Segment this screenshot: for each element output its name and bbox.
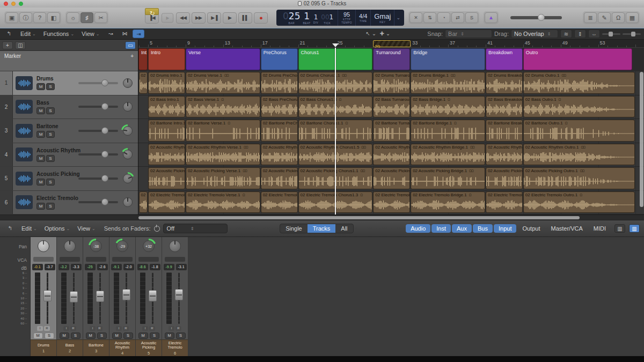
audio-region[interactable]: 02 Acoustic Picking xyxy=(261,167,298,189)
track-pan-knob[interactable] xyxy=(122,101,134,113)
channel-name-plate[interactable]: Acoustic Picking5 xyxy=(136,339,162,356)
quick-help-icon[interactable]: ☼ xyxy=(67,12,79,23)
track-volume-thumb[interactable] xyxy=(101,79,108,86)
mute-button[interactable]: M xyxy=(33,333,43,339)
record-enable-button[interactable]: R xyxy=(70,326,76,331)
mute-button[interactable]: M xyxy=(138,333,148,339)
audio-region[interactable]: 02 Electric Tremolo xyxy=(261,191,298,213)
pan-knob[interactable] xyxy=(168,239,182,253)
arrangement-marker-intro[interactable]: Intro xyxy=(148,48,185,70)
pan-knob[interactable]: -29 xyxy=(115,239,129,253)
solo-button[interactable]: S xyxy=(46,107,55,114)
help-icon[interactable]: ? xyxy=(33,12,46,23)
menu-view[interactable]: View⌄ xyxy=(78,30,103,38)
editors-list-icon[interactable]: ≣ xyxy=(584,12,597,23)
track-header-bass[interactable]: 2BassMS xyxy=(0,95,138,120)
mute-button[interactable]: M xyxy=(165,333,174,339)
solo-button[interactable]: S xyxy=(150,333,159,339)
add-marker-button[interactable]: + xyxy=(130,53,134,71)
marker-track-header[interactable]: Marker + xyxy=(0,51,138,71)
mixer-sliders-icon[interactable]: ♯ xyxy=(80,12,93,23)
mixer-menu-edit[interactable]: Edit⌄ xyxy=(18,225,40,232)
vertical-scrollbar-thumb[interactable] xyxy=(640,72,643,207)
arrangement-marker-int[interactable]: Int xyxy=(138,48,148,70)
audio-region[interactable]: 02 Electric Tremolo xyxy=(486,191,523,213)
pointer-tool-button[interactable]: ↖ ⌄ xyxy=(365,29,377,38)
volume-fader[interactable] xyxy=(126,272,127,324)
vca-field[interactable] xyxy=(60,257,80,262)
solo-button[interactable]: S xyxy=(46,83,55,90)
power-icon[interactable] xyxy=(154,226,160,232)
audio-region[interactable]: 02 Electric Tremolo xyxy=(373,191,410,213)
channel-name-plate[interactable]: Baritone3 xyxy=(83,339,109,356)
channel-strip-6[interactable]: -9.9-3.1IRMSElectric Tremolo6 xyxy=(162,237,188,356)
pan-knob[interactable]: -38 xyxy=(89,239,103,253)
marquee-tool-button[interactable]: ✚ ⌄ xyxy=(379,29,391,38)
automation-icon[interactable]: ↝ xyxy=(105,29,116,38)
audio-region[interactable]: 02 Acoustic Rhythm xyxy=(486,144,523,166)
chevron-down-icon[interactable]: ⌄ xyxy=(394,15,402,20)
audio-region[interactable]: 02 Acoustic Rhythm xyxy=(148,144,185,166)
mute-button[interactable]: M xyxy=(36,155,45,162)
bar-ruler[interactable]: 295913172125333741454953 xyxy=(138,40,644,48)
audio-region[interactable]: 02 Drums PreChoru xyxy=(261,72,298,94)
back-icon[interactable]: ↰ xyxy=(3,29,15,38)
mute-button[interactable]: M xyxy=(60,333,69,339)
pan-knob[interactable] xyxy=(63,239,77,253)
audio-region[interactable]: 02 Baritone PreCho xyxy=(261,120,298,142)
input-monitor-button[interactable]: I xyxy=(37,326,43,331)
solo-button[interactable]: S xyxy=(176,333,186,339)
fader-handle[interactable] xyxy=(96,291,104,302)
playhead[interactable] xyxy=(335,48,336,215)
arrangement-marker-bridge[interactable]: Bridge xyxy=(411,48,485,70)
add-track-button[interactable]: + xyxy=(2,41,13,49)
logic-remote-icon[interactable]: ▲ xyxy=(485,12,497,23)
track-pan-knob[interactable] xyxy=(122,196,134,208)
clear-icon[interactable]: ✕ xyxy=(409,12,422,23)
track-volume-thumb[interactable] xyxy=(101,175,108,182)
channel-strip-2[interactable]: -3.2-3.3IRMSBass2 xyxy=(57,237,83,356)
channel-name-plate[interactable]: Drums1 xyxy=(31,339,56,356)
solo-button[interactable]: S xyxy=(71,333,80,339)
track-lane-2[interactable]: 02 Bass Intro.102 Bass Verse.1Ω02 Bass P… xyxy=(138,95,644,120)
mixer-view-all[interactable]: All xyxy=(335,224,353,233)
record-enable-button[interactable]: R xyxy=(44,326,50,331)
record-enable-button[interactable]: R xyxy=(123,326,129,331)
audio-region[interactable]: 02 Electric Tremolo Outro.1Ω xyxy=(523,191,635,213)
track-volume-thumb[interactable] xyxy=(101,127,108,134)
audio-region[interactable]: 02 Acoustic Rhythm xyxy=(373,144,410,166)
rewind-button[interactable]: ◀◀ xyxy=(176,12,190,24)
mute-button[interactable]: M xyxy=(36,179,45,186)
cycle-region[interactable]: 29 xyxy=(373,40,411,47)
note-pad-icon[interactable]: ✎ xyxy=(598,12,611,23)
horizontal-zoom-icon[interactable]: ⇔ xyxy=(588,29,600,38)
volume-fader[interactable] xyxy=(178,272,180,324)
audio-region[interactable]: 02 Baritone Verse.1Ω xyxy=(186,120,260,142)
audio-region[interactable]: 02 Bass Breakdown. xyxy=(486,96,523,118)
waveform-zoom-icon[interactable]: ≋ xyxy=(560,29,572,38)
vca-field[interactable] xyxy=(86,257,106,262)
fader-handle[interactable] xyxy=(70,291,78,302)
mute-button[interactable]: M xyxy=(36,83,45,90)
audio-region[interactable]: 02 Drums Outro.1ΩΩ xyxy=(523,72,635,94)
solo-button[interactable]: S xyxy=(45,333,54,339)
mixer-narrow-view-icon[interactable]: ▥ xyxy=(614,224,625,233)
audio-region[interactable]: 02 Bass Turnaround xyxy=(373,96,410,118)
media-browser-icon[interactable]: ▦ xyxy=(626,12,639,23)
mixer-menu-view[interactable]: View⌄ xyxy=(74,225,98,232)
audio-region[interactable]: 02 Baritone Outro.1Ω xyxy=(523,120,635,142)
fader-handle[interactable] xyxy=(122,289,130,300)
drag-control[interactable]: Drag: No Overlap⇕ xyxy=(494,29,558,38)
volume-fader[interactable] xyxy=(73,272,75,324)
track-volume-slider[interactable] xyxy=(78,106,118,108)
vertical-zoom-icon[interactable]: ⇕ xyxy=(574,29,586,38)
arrangement-marker-verse[interactable]: Verse xyxy=(186,48,260,70)
record-button[interactable]: ● xyxy=(254,12,268,24)
forward-button[interactable]: ▶▶ xyxy=(192,12,206,24)
track-pan-knob[interactable] xyxy=(122,125,134,137)
track-pan-knob[interactable] xyxy=(122,173,134,184)
project-icon[interactable]: ▣ xyxy=(5,12,18,23)
play-button[interactable]: ▶ xyxy=(223,12,237,24)
arrangement-marker-breakdown[interactable]: Breakdown xyxy=(486,48,523,70)
channel-strip-1[interactable]: -0.1-3.7IRMSDrums1 xyxy=(31,237,57,356)
